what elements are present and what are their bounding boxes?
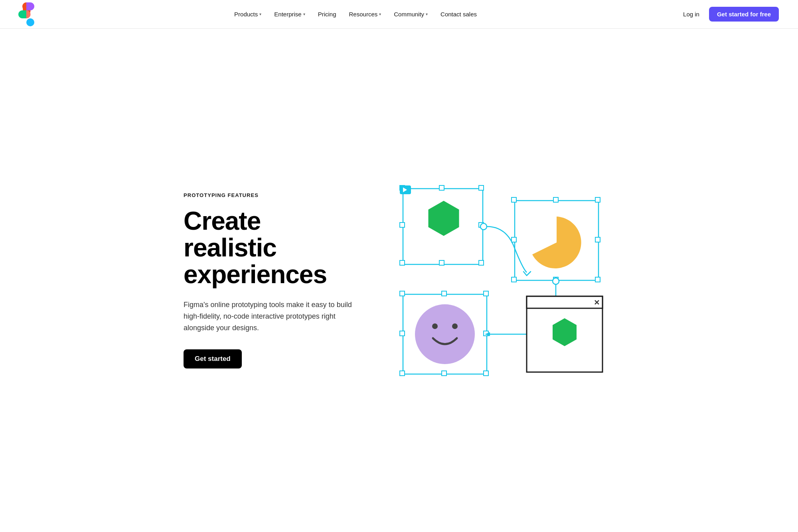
svg-rect-36 bbox=[484, 371, 488, 376]
nav-right: Log in Get started for free bbox=[677, 7, 779, 22]
hero-illustration: ✕ bbox=[359, 177, 646, 384]
nav-contact-sales[interactable]: Contact sales bbox=[436, 8, 482, 21]
svg-point-26 bbox=[553, 278, 559, 284]
svg-rect-10 bbox=[400, 260, 405, 265]
svg-rect-19 bbox=[553, 197, 558, 202]
svg-rect-8 bbox=[400, 223, 405, 227]
svg-point-39 bbox=[452, 323, 458, 329]
nav-community[interactable]: Community ▾ bbox=[389, 8, 433, 21]
svg-point-37 bbox=[415, 304, 475, 364]
hero-section: PROTOTYPING FEATURES Create realistic ex… bbox=[120, 29, 678, 532]
hero-title: Create realistic experiences bbox=[184, 208, 359, 288]
svg-rect-23 bbox=[512, 277, 516, 282]
svg-point-38 bbox=[432, 323, 438, 329]
get-started-free-button[interactable]: Get started for free bbox=[709, 7, 779, 22]
svg-rect-7 bbox=[479, 185, 484, 190]
get-started-button[interactable]: Get started bbox=[184, 349, 242, 368]
svg-rect-25 bbox=[595, 277, 600, 282]
svg-rect-34 bbox=[400, 371, 405, 376]
svg-rect-12 bbox=[479, 260, 484, 265]
svg-rect-21 bbox=[512, 237, 516, 242]
svg-rect-31 bbox=[484, 291, 488, 296]
chevron-down-icon: ▾ bbox=[426, 12, 428, 16]
nav-pricing[interactable]: Pricing bbox=[313, 8, 341, 21]
login-button[interactable]: Log in bbox=[677, 8, 706, 21]
svg-rect-35 bbox=[442, 371, 446, 376]
svg-rect-11 bbox=[439, 260, 444, 265]
hero-eyebrow: PROTOTYPING FEATURES bbox=[184, 192, 359, 198]
navbar: Products ▾ Enterprise ▾ Pricing Resource… bbox=[0, 0, 798, 29]
chevron-down-icon: ▾ bbox=[379, 12, 381, 16]
svg-rect-22 bbox=[595, 237, 600, 242]
nav-links: Products ▾ Enterprise ▾ Pricing Resource… bbox=[229, 8, 482, 21]
svg-rect-18 bbox=[512, 197, 516, 202]
svg-rect-42 bbox=[527, 296, 602, 308]
hero-content: PROTOTYPING FEATURES Create realistic ex… bbox=[184, 192, 359, 369]
svg-text:✕: ✕ bbox=[594, 299, 600, 307]
svg-rect-32 bbox=[400, 331, 405, 336]
svg-rect-20 bbox=[595, 197, 600, 202]
nav-products[interactable]: Products ▾ bbox=[229, 8, 266, 21]
nav-resources[interactable]: Resources ▾ bbox=[344, 8, 386, 21]
svg-point-3 bbox=[26, 18, 34, 26]
nav-enterprise[interactable]: Enterprise ▾ bbox=[269, 8, 310, 21]
hero-description: Figma's online prototyping tools make it… bbox=[184, 299, 359, 333]
chevron-down-icon: ▾ bbox=[303, 12, 305, 16]
svg-point-16 bbox=[480, 223, 487, 230]
prototyping-illustration: ✕ bbox=[391, 177, 614, 384]
chevron-down-icon: ▾ bbox=[259, 12, 261, 16]
svg-marker-15 bbox=[429, 201, 459, 236]
logo[interactable] bbox=[19, 2, 34, 26]
svg-rect-29 bbox=[400, 291, 405, 296]
svg-rect-30 bbox=[442, 291, 446, 296]
svg-rect-6 bbox=[439, 185, 444, 190]
